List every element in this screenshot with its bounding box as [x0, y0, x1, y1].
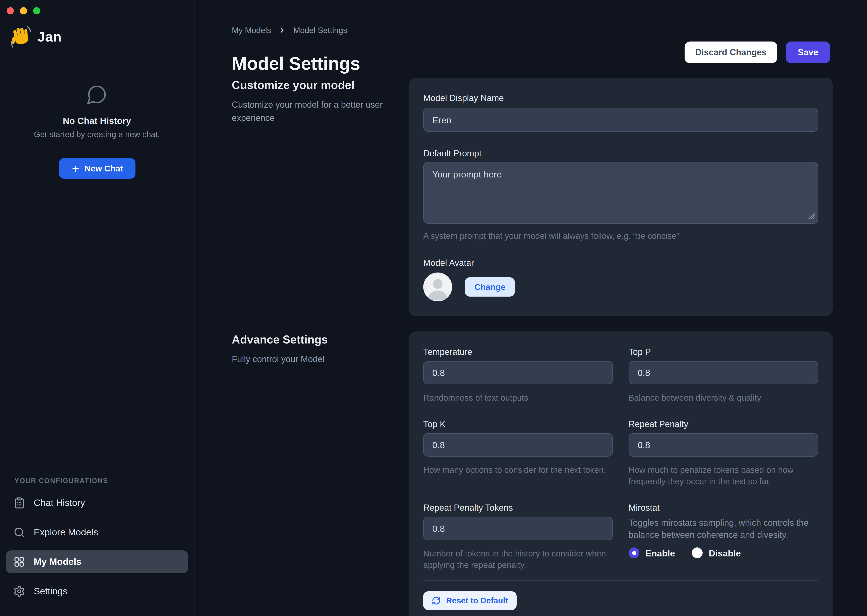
- sidebar-item-explore-models[interactable]: Explore Models: [6, 521, 188, 544]
- top-k-field: Top K How many options to consider for t…: [423, 419, 613, 487]
- reset-to-default-button[interactable]: Reset to Default: [423, 591, 516, 610]
- temperature-input[interactable]: [423, 361, 613, 384]
- card-divider: [423, 580, 818, 581]
- repeat-penalty-tokens-label: Repeat Penalty Tokens: [423, 503, 613, 512]
- sidebar-item-my-models[interactable]: My Models: [6, 550, 188, 573]
- sidebar-item-label: My Models: [34, 556, 82, 567]
- mirostat-disable-option[interactable]: Disable: [692, 547, 741, 558]
- plus-icon: [71, 164, 80, 173]
- message-bubble-icon: [86, 83, 108, 105]
- top-p-label: Top P: [629, 347, 818, 357]
- model-display-name-label: Model Display Name: [423, 93, 818, 103]
- sidebar-item-label: Chat History: [34, 498, 85, 508]
- clipboard-icon: [13, 497, 25, 509]
- mirostat-radio-group: Enable Disable: [629, 547, 818, 558]
- discard-changes-button[interactable]: Discard Changes: [684, 41, 777, 63]
- default-prompt-textarea[interactable]: [423, 162, 818, 224]
- gear-icon: [13, 585, 25, 597]
- temperature-helper: Randomness of text outputs: [423, 392, 613, 404]
- repeat-penalty-input[interactable]: [629, 433, 818, 457]
- new-chat-label: New Chat: [85, 163, 123, 173]
- chat-empty-state: No Chat History Get started by creating …: [0, 83, 194, 179]
- advance-section-heading: Advance Settings: [232, 333, 400, 347]
- customize-section-heading: Customize your model: [232, 79, 400, 92]
- main-content: My Models Model Settings Model Settings …: [195, 0, 867, 616]
- empty-state-title: No Chat History: [0, 115, 194, 126]
- advance-section-header: Advance Settings Fully control your Mode…: [232, 333, 400, 366]
- mirostat-description: Toggles mirostats sampling, which contro…: [629, 517, 818, 541]
- breadcrumb: My Models Model Settings: [232, 26, 347, 35]
- repeat-penalty-tokens-field: Repeat Penalty Tokens Number of tokens i…: [423, 503, 613, 571]
- sidebar-item-label: Settings: [34, 586, 68, 597]
- save-button[interactable]: Save: [786, 41, 830, 63]
- zoom-button[interactable]: [33, 7, 40, 14]
- top-p-helper: Balance between diversity & quality: [629, 392, 818, 404]
- repeat-penalty-tokens-helper: Number of tokens in the history to consi…: [423, 548, 613, 571]
- chevron-right-icon: [278, 27, 286, 34]
- sidebar: Jan No Chat History Get started by creat…: [0, 0, 194, 616]
- brand-name: Jan: [37, 29, 61, 45]
- resize-handle-icon[interactable]: [808, 212, 815, 220]
- refresh-icon: [432, 596, 441, 605]
- sidebar-item-settings[interactable]: Settings: [6, 580, 188, 603]
- breadcrumb-item-model-settings[interactable]: Model Settings: [293, 26, 347, 35]
- page-title: Model Settings: [232, 53, 360, 74]
- top-p-input[interactable]: [629, 361, 818, 384]
- change-avatar-button[interactable]: Change: [465, 277, 515, 297]
- sidebar-nav: YOUR CONFIGURATIONS Chat History Explore…: [6, 477, 188, 603]
- mirostat-enable-option[interactable]: Enable: [629, 547, 675, 558]
- advance-section-subheading: Fully control your Model: [232, 352, 396, 366]
- avatar[interactable]: [423, 272, 452, 302]
- customize-card: Model Display Name Default Prompt A syst…: [409, 78, 833, 316]
- sidebar-item-chat-history[interactable]: Chat History: [6, 492, 188, 514]
- customize-section-header: Customize your model Customize your mode…: [232, 79, 400, 125]
- wave-icon: [9, 25, 32, 48]
- new-chat-button[interactable]: New Chat: [59, 158, 135, 179]
- enable-label: Enable: [645, 548, 675, 558]
- radio-disable[interactable]: [692, 547, 703, 558]
- top-k-label: Top K: [423, 419, 613, 429]
- header-actions: Discard Changes Save: [684, 41, 830, 63]
- top-k-helper: How many options to consider for the nex…: [423, 464, 613, 476]
- app-logo: Jan: [9, 25, 61, 48]
- repeat-penalty-label: Repeat Penalty: [629, 419, 818, 429]
- top-p-field: Top P Balance between diversity & qualit…: [629, 347, 818, 404]
- reset-label: Reset to Default: [446, 596, 508, 605]
- empty-state-subtitle: Get started by creating a new chat.: [0, 130, 194, 139]
- temperature-label: Temperature: [423, 347, 613, 357]
- sidebar-item-label: Explore Models: [34, 527, 98, 538]
- repeat-penalty-tokens-input[interactable]: [423, 517, 613, 540]
- minimize-button[interactable]: [20, 7, 27, 14]
- close-button[interactable]: [6, 7, 14, 14]
- window-controls: [6, 7, 40, 14]
- model-display-name-input[interactable]: [423, 108, 818, 132]
- advance-card: Temperature Randomness of text outputs T…: [409, 332, 833, 616]
- repeat-penalty-field: Repeat Penalty How much to penalize toke…: [629, 419, 818, 487]
- default-prompt-label: Default Prompt: [423, 149, 818, 158]
- grid-icon: [13, 556, 25, 568]
- temperature-field: Temperature Randomness of text outputs: [423, 347, 613, 404]
- top-k-input[interactable]: [423, 433, 613, 457]
- person-icon: [423, 272, 452, 302]
- prompt-helper-text: A system prompt that your model will alw…: [423, 230, 818, 242]
- repeat-penalty-helper: How much to penalize tokens based on how…: [629, 464, 818, 487]
- search-icon: [13, 526, 25, 538]
- model-avatar-label: Model Avatar: [423, 258, 818, 268]
- configurations-label: YOUR CONFIGURATIONS: [14, 477, 188, 484]
- radio-enable[interactable]: [629, 547, 639, 558]
- mirostat-label: Mirostat: [629, 503, 818, 512]
- customize-section-subheading: Customize your model for a better user e…: [232, 98, 396, 125]
- breadcrumb-item-my-models[interactable]: My Models: [232, 26, 271, 35]
- mirostat-field: Mirostat Toggles mirostats sampling, whi…: [629, 503, 818, 571]
- disable-label: Disable: [709, 548, 741, 558]
